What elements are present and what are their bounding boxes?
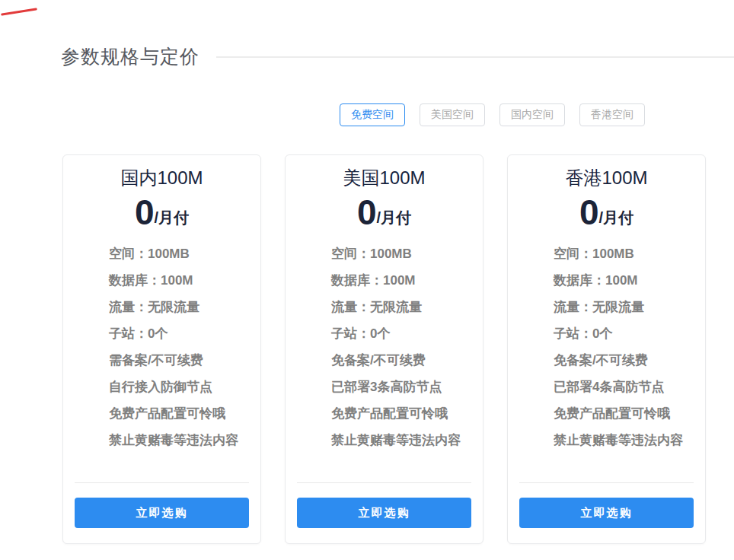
page-title: 参数规格与定价 xyxy=(61,44,199,69)
spec-item: 已部署4条高防节点 xyxy=(554,374,705,400)
red-slash-decoration xyxy=(1,8,37,15)
spec-item: 数据库：100M xyxy=(554,267,705,294)
card-divider xyxy=(297,482,471,483)
tab-china-space[interactable]: 国内空间 xyxy=(499,103,565,126)
spec-item: 流量：无限流量 xyxy=(554,294,705,320)
spec-item: 免备案/不可续费 xyxy=(554,347,705,374)
spec-item: 子站：0个 xyxy=(109,320,260,347)
card-price: 0 /月付 xyxy=(508,195,705,230)
spec-item: 子站：0个 xyxy=(554,320,705,347)
header-rule xyxy=(216,56,734,58)
pricing-card-china: 国内100M 0 /月付 空间：100MB 数据库：100M 流量：无限流量 子… xyxy=(62,154,261,544)
card-title: 美国100M xyxy=(286,166,483,190)
spec-item: 已部署3条高防节点 xyxy=(331,374,483,400)
buy-now-button[interactable]: 立即选购 xyxy=(519,498,694,528)
card-title: 国内100M xyxy=(63,166,260,190)
spec-item: 空间：100MB xyxy=(554,240,705,267)
buy-now-button[interactable]: 立即选购 xyxy=(297,498,471,528)
spec-item: 空间：100MB xyxy=(331,240,483,267)
spec-item: 空间：100MB xyxy=(109,240,260,267)
spec-item: 免费产品配置可怜哦 xyxy=(109,400,260,427)
card-title: 香港100M xyxy=(508,166,705,190)
spec-item: 子站：0个 xyxy=(331,320,483,347)
price-number: 0 xyxy=(357,195,377,230)
price-number: 0 xyxy=(579,195,599,230)
spec-item: 免费产品配置可怜哦 xyxy=(331,400,483,427)
tab-us-space[interactable]: 美国空间 xyxy=(420,103,485,126)
spec-list: 空间：100MB 数据库：100M 流量：无限流量 子站：0个 免备案/不可续费… xyxy=(508,240,705,453)
spec-item: 禁止黄赌毒等违法内容 xyxy=(109,427,260,453)
pricing-card-us: 美国100M 0 /月付 空间：100MB 数据库：100M 流量：无限流量 子… xyxy=(285,154,483,544)
spec-item: 需备案/不可续费 xyxy=(109,347,260,374)
card-divider xyxy=(519,482,694,483)
spec-item: 自行接入防御节点 xyxy=(109,374,260,400)
spec-list: 空间：100MB 数据库：100M 流量：无限流量 子站：0个 免备案/不可续费… xyxy=(286,240,483,453)
spec-item: 免费产品配置可怜哦 xyxy=(554,400,705,427)
price-number: 0 xyxy=(135,195,155,230)
spec-item: 数据库：100M xyxy=(331,267,483,294)
spec-item: 免备案/不可续费 xyxy=(331,347,483,374)
card-price: 0 /月付 xyxy=(286,195,483,230)
price-unit: /月付 xyxy=(155,208,190,230)
pricing-page: 参数规格与定价 免费空间 美国空间 国内空间 香港空间 国内100M 0 /月付… xyxy=(0,0,734,560)
section-header: 参数规格与定价 xyxy=(0,44,734,69)
space-type-tabs: 免费空间 美国空间 国内空间 香港空间 xyxy=(0,103,734,126)
spec-list: 空间：100MB 数据库：100M 流量：无限流量 子站：0个 需备案/不可续费… xyxy=(63,240,260,453)
spec-item: 数据库：100M xyxy=(109,267,260,294)
spec-item: 流量：无限流量 xyxy=(109,294,260,320)
buy-now-button[interactable]: 立即选购 xyxy=(75,498,249,528)
spec-item: 禁止黄赌毒等违法内容 xyxy=(554,427,705,453)
pricing-card-hongkong: 香港100M 0 /月付 空间：100MB 数据库：100M 流量：无限流量 子… xyxy=(507,154,706,544)
card-divider xyxy=(75,482,249,483)
card-price: 0 /月付 xyxy=(63,195,260,230)
pricing-cards: 国内100M 0 /月付 空间：100MB 数据库：100M 流量：无限流量 子… xyxy=(0,154,734,544)
price-unit: /月付 xyxy=(377,208,412,230)
spec-item: 禁止黄赌毒等违法内容 xyxy=(331,427,483,453)
spec-item: 流量：无限流量 xyxy=(331,294,483,320)
price-unit: /月付 xyxy=(599,208,634,230)
tab-hongkong-space[interactable]: 香港空间 xyxy=(579,103,645,126)
tab-free-space[interactable]: 免费空间 xyxy=(340,103,405,126)
